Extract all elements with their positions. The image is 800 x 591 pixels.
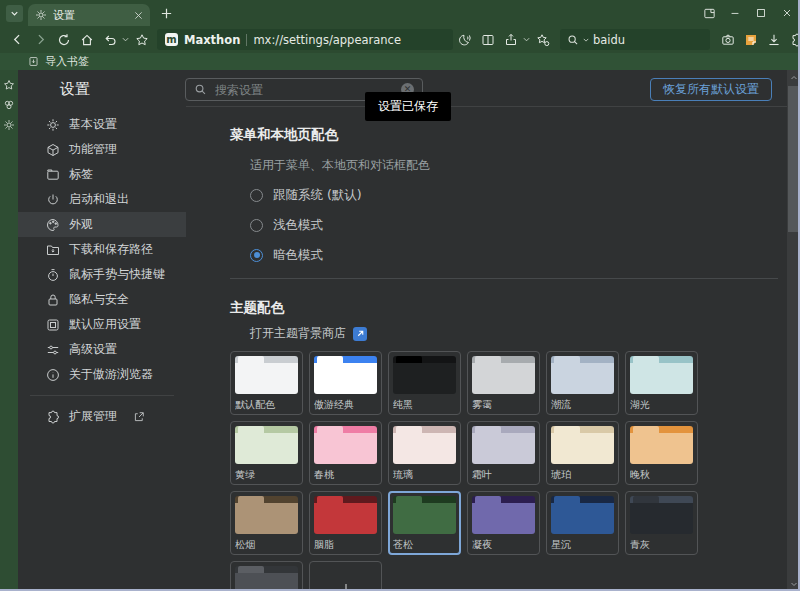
sidebar-item-appearance[interactable]: 外观 (18, 212, 186, 237)
theme-preview (314, 426, 377, 464)
info-icon (46, 368, 60, 382)
color-mode-option-0[interactable]: 跟随系统 (默认) (250, 186, 778, 204)
theme-tile-凝夜[interactable]: 凝夜 (467, 491, 540, 555)
favorites-panel-star-icon[interactable] (3, 79, 15, 91)
new-tab-button[interactable] (160, 7, 173, 20)
stopwatch-icon (46, 268, 60, 282)
sidebar-item-privacy[interactable]: 隐私与安全 (18, 287, 186, 312)
sidebar-item-default-apps[interactable]: 默认应用设置 (18, 312, 186, 337)
scrollbar-up-arrow-icon[interactable] (787, 71, 800, 84)
theme-tile-晚秋[interactable]: 晚秋 (625, 421, 698, 485)
theme-tile-潮流[interactable]: 潮流 (546, 351, 619, 415)
maxnote-clover-icon[interactable] (3, 99, 15, 111)
sidebar-item-label: 外观 (69, 216, 93, 233)
theme-tile-胭脂[interactable]: 胭脂 (309, 491, 382, 555)
sidebar-item-advanced[interactable]: 高级设置 (18, 337, 186, 362)
theme-tile-琉璃[interactable]: 琉璃 (388, 421, 461, 485)
section-divider (230, 278, 778, 279)
color-mode-option-2[interactable]: 暗色模式 (250, 246, 778, 264)
address-bar[interactable]: m Maxthon mx://settings/appearance (157, 29, 453, 50)
theme-tile-黄绿[interactable]: 黄绿 (230, 421, 303, 485)
theme-tile-青灰[interactable]: 青灰 (625, 491, 698, 555)
read-aloud-icon[interactable] (453, 29, 476, 51)
folder-down-icon (46, 243, 60, 257)
sidebar-item-features[interactable]: 功能管理 (18, 137, 186, 162)
favorites-manager-icon[interactable] (531, 29, 554, 51)
theme-preview (630, 426, 693, 464)
page-scrollbar[interactable] (787, 70, 800, 591)
undo-closed-tab-button[interactable] (98, 29, 121, 51)
undo-dropdown-caret-icon[interactable] (121, 29, 130, 51)
theme-tile-傲游经典[interactable]: 傲游经典 (309, 351, 382, 415)
quick-search-bar[interactable]: baidu (560, 29, 710, 50)
tab-close-icon[interactable] (134, 11, 143, 20)
sidebar-item-startup[interactable]: 启动和退出 (18, 187, 186, 212)
scrollbar-thumb[interactable] (788, 86, 799, 232)
settings-panel-gear-icon[interactable] (3, 119, 15, 131)
close-button[interactable] (774, 0, 800, 26)
tab-list-dropdown-button[interactable] (6, 5, 23, 22)
theme-tile-松烟[interactable]: 松烟 (230, 491, 303, 555)
refresh-button[interactable] (52, 29, 75, 51)
theme-preview (235, 496, 298, 534)
theme-tile-暗夜[interactable]: 暗夜 (230, 561, 303, 591)
theme-tile-湖光[interactable]: 湖光 (625, 351, 698, 415)
extensions-puzzle-icon[interactable] (785, 29, 800, 51)
scrollbar-down-arrow-icon[interactable] (787, 577, 800, 590)
share-icon[interactable] (499, 29, 522, 51)
reading-mode-icon[interactable] (476, 29, 499, 51)
theme-preview (472, 426, 535, 464)
settings-sidebar-list: 基本设置功能管理标签启动和退出外观下载和保存路径鼠标手势与快捷键隐私与安全默认应… (18, 112, 186, 387)
sidebar-item-extensions[interactable]: 扩展管理 (18, 404, 186, 429)
theme-preview (472, 356, 535, 394)
theme-tile-星沉[interactable]: 星沉 (546, 491, 619, 555)
theme-tile-苍松[interactable]: 苍松 (388, 491, 461, 555)
split-screen-button[interactable] (696, 0, 722, 26)
favorite-star-button[interactable] (130, 29, 153, 51)
notes-icon[interactable] (739, 29, 762, 51)
download-icon[interactable] (762, 29, 785, 51)
radio-label: 浅色模式 (273, 217, 323, 234)
sidebar-item-basic[interactable]: 基本设置 (18, 112, 186, 137)
theme-tile-雾霭[interactable]: 雾霭 (467, 351, 540, 415)
forward-button[interactable] (29, 29, 52, 51)
sidebar-item-label: 下载和保存路径 (69, 241, 153, 258)
sidebar-item-gestures[interactable]: 鼠标手势与快捷键 (18, 262, 186, 287)
sidebar-item-about[interactable]: 关于傲游浏览器 (18, 362, 186, 387)
theme-name-label: 苍松 (393, 539, 456, 550)
maximize-button[interactable] (748, 0, 774, 26)
sidebar-item-tabs[interactable]: 标签 (18, 162, 186, 187)
share-dropdown-caret-icon[interactable] (522, 29, 531, 51)
tab-settings[interactable]: 设置 (28, 4, 150, 26)
add-theme-tile[interactable] (309, 561, 382, 591)
screenshot-camera-icon[interactable] (716, 29, 739, 51)
theme-tile-霜叶[interactable]: 霜叶 (467, 421, 540, 485)
home-button[interactable] (75, 29, 98, 51)
menu-color-section-title: 菜单和本地页配色 (230, 126, 778, 144)
theme-preview (551, 356, 614, 394)
theme-section-title: 主题配色 (230, 299, 778, 317)
navigation-toolbar: m Maxthon mx://settings/appearance baidu (0, 26, 800, 53)
theme-store-link[interactable]: 打开主题背景商店 (250, 325, 778, 342)
bookmarks-bar: 导入书签 (0, 53, 800, 70)
theme-grid: 默认配色傲游经典纯黑雾霭潮流湖光黄绿春桃琉璃霜叶琥珀晚秋松烟胭脂苍松凝夜星沉青灰… (230, 351, 778, 591)
theme-tile-默认配色[interactable]: 默认配色 (230, 351, 303, 415)
theme-preview (393, 356, 456, 394)
cube-icon (46, 143, 60, 157)
theme-preview (235, 426, 298, 464)
import-bookmarks-button[interactable]: 导入书签 (45, 54, 89, 69)
back-button[interactable] (6, 29, 29, 51)
radio-label: 跟随系统 (默认) (273, 187, 362, 204)
color-mode-option-1[interactable]: 浅色模式 (250, 216, 778, 234)
minimize-button[interactable] (722, 0, 748, 26)
address-url: mx://settings/appearance (253, 33, 401, 47)
lock-icon (46, 293, 60, 307)
theme-tile-春桃[interactable]: 春桃 (309, 421, 382, 485)
theme-tile-纯黑[interactable]: 纯黑 (388, 351, 461, 415)
chevron-down-icon (9, 8, 20, 19)
theme-preview (393, 426, 456, 464)
restore-defaults-button[interactable]: 恢复所有默认设置 (650, 78, 772, 101)
sidebar-item-label: 标签 (69, 166, 93, 183)
theme-tile-琥珀[interactable]: 琥珀 (546, 421, 619, 485)
sidebar-item-downloads[interactable]: 下载和保存路径 (18, 237, 186, 262)
